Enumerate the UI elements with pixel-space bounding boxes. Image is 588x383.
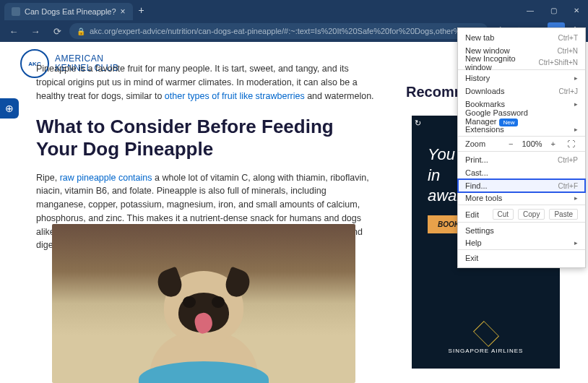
accessibility-icon: ⊕ <box>5 103 14 114</box>
zoom-in-button[interactable]: + <box>548 139 558 148</box>
reload-button[interactable]: ⟳ <box>48 22 66 40</box>
fruit-link[interactable]: other types of fruit like strawberries <box>165 91 305 101</box>
close-window-button[interactable]: ✕ <box>565 0 588 20</box>
url-text: akc.org/expert-advice/nutrition/can-dogs… <box>90 27 488 35</box>
cut-button[interactable]: Cut <box>493 209 514 220</box>
fullscreen-button[interactable]: ⛶ <box>564 139 578 148</box>
menu-history[interactable]: History▸ <box>458 72 585 85</box>
article-heading: What to Consider Before Feeding Your Dog… <box>36 116 376 160</box>
browser-tab[interactable]: Can Dogs Eat Pineapple? × <box>4 3 133 20</box>
menu-more-tools[interactable]: More tools▸ <box>458 192 585 205</box>
chrome-menu: New tabCtrl+T New windowCtrl+N New Incog… <box>457 27 586 268</box>
menu-cast[interactable]: Cast... <box>458 166 585 179</box>
menu-new-incognito[interactable]: New Incognito windowCtrl+Shift+N <box>458 57 585 70</box>
copy-button[interactable]: Copy <box>518 209 545 220</box>
lock-icon: 🔒 <box>77 27 85 35</box>
menu-print[interactable]: Print...Ctrl+P <box>458 153 585 166</box>
paste-button[interactable]: Paste <box>549 209 578 220</box>
zoom-out-button[interactable]: − <box>506 139 516 148</box>
back-button[interactable]: ← <box>4 22 23 40</box>
window-controls: — ▢ ✕ <box>519 0 588 20</box>
pineapple-link[interactable]: raw pineapple contains <box>60 173 152 183</box>
address-bar[interactable]: 🔒 akc.org/expert-advice/nutrition/can-do… <box>69 23 488 39</box>
menu-passwords[interactable]: Google Password ManagerNew <box>458 111 585 124</box>
tab-close-icon[interactable]: × <box>121 7 126 17</box>
menu-edit: Edit Cut Copy Paste <box>458 207 585 223</box>
menu-find[interactable]: Find...Ctrl+F <box>458 179 585 192</box>
menu-new-tab[interactable]: New tabCtrl+T <box>458 31 585 44</box>
ad-refresh-icon[interactable]: ↻ <box>415 119 421 128</box>
tab-title: Can Dogs Eat Pineapple? <box>25 7 116 16</box>
menu-zoom: Zoom − 100% + ⛶ <box>458 138 585 152</box>
accessibility-button[interactable]: ⊕ <box>0 98 19 119</box>
minimize-button[interactable]: — <box>519 0 542 20</box>
titlebar: Can Dogs Eat Pineapple? × + — ▢ ✕ <box>0 0 588 20</box>
tab-strip: Can Dogs Eat Pineapple? × + <box>0 0 150 20</box>
menu-settings[interactable]: Settings <box>458 224 585 237</box>
pug-illustration <box>164 271 243 343</box>
zoom-value: 100% <box>522 139 542 148</box>
ad-brand: SINGAPORE AIRLINES <box>449 323 524 354</box>
maximize-button[interactable]: ▢ <box>542 0 565 20</box>
menu-downloads[interactable]: DownloadsCtrl+J <box>458 85 585 98</box>
article-image <box>52 224 355 383</box>
article-paragraph-1: Pineapple is a favorite fruit for many p… <box>36 62 376 103</box>
new-tab-button[interactable]: + <box>133 4 150 16</box>
menu-help[interactable]: Help▸ <box>458 237 585 250</box>
forward-button[interactable]: → <box>26 22 45 40</box>
menu-exit[interactable]: Exit <box>458 251 585 264</box>
tab-favicon <box>12 7 20 16</box>
